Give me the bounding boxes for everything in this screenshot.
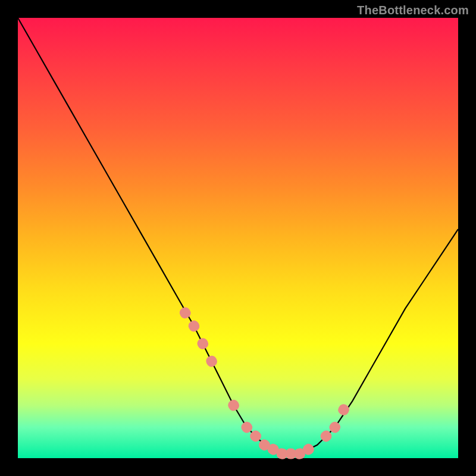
overlay-dot xyxy=(178,305,193,320)
outer-frame: TheBottleneck.com xyxy=(0,0,476,476)
bottleneck-curve xyxy=(18,18,458,454)
overlay-dot xyxy=(196,337,210,351)
overlay-dot xyxy=(337,403,351,417)
chart-svg xyxy=(18,18,458,458)
overlay-dot xyxy=(205,354,219,368)
watermark-text: TheBottleneck.com xyxy=(357,4,469,17)
overlay-dot xyxy=(187,319,202,334)
dot-overlay-group xyxy=(178,305,351,460)
overlay-dot xyxy=(226,398,240,412)
plot-area xyxy=(18,18,458,458)
